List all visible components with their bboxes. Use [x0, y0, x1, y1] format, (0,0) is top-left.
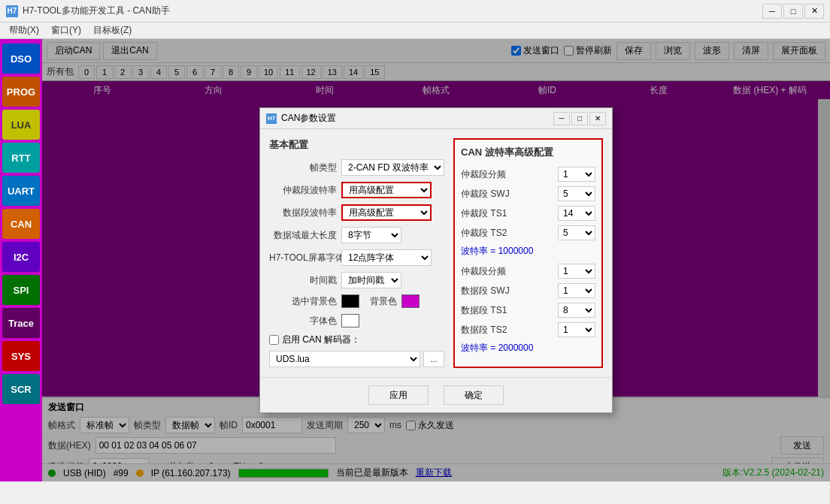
- close-button[interactable]: ✕: [804, 4, 824, 19]
- data-ts2-select[interactable]: 1: [558, 322, 595, 337]
- arb-div-row: 仲裁段分频 1: [461, 167, 595, 182]
- bg-color-swatch2[interactable]: [401, 294, 420, 308]
- data-baud-select[interactable]: 用高级配置: [341, 204, 432, 221]
- font-label: H7-TOOL屏幕字体: [269, 252, 337, 264]
- frame-type-row: 帧类型 2-CAN FD 双波特率: [269, 159, 444, 176]
- arb-baud-row: 仲裁段波特率 用高级配置: [269, 182, 444, 198]
- sidebar-item-sys[interactable]: SYS: [2, 341, 40, 371]
- main-container: DSO PROG LUA RTT UART CAN I2C SPI Trace …: [0, 39, 830, 481]
- arb-rate: 波特率 = 1000000: [461, 245, 595, 258]
- confirm-button[interactable]: 确定: [444, 385, 504, 405]
- arb-ts1-row: 仲裁段 TS1 14: [461, 206, 595, 221]
- timestamp-row: 时间戳 加时间戳: [269, 272, 444, 288]
- data-baud-row: 数据段波特率 用高级配置: [269, 204, 444, 221]
- maximize-button[interactable]: □: [783, 4, 803, 19]
- data-ts2-row: 数据段 TS2 1: [461, 322, 595, 337]
- sidebar-item-scr[interactable]: SCR: [2, 374, 40, 404]
- menu-bar: 帮助(X) 窗口(Y) 目标板(Z): [0, 23, 830, 39]
- sidebar-item-uart[interactable]: UART: [2, 176, 40, 206]
- arb-ts2-label: 仲裁段 TS2: [461, 227, 555, 240]
- sidebar-item-dso[interactable]: DSO: [2, 44, 40, 74]
- dialog-title-bar: H7 CAN参数设置 ─ □ ✕: [260, 108, 612, 129]
- timestamp-select[interactable]: 加时间戳: [341, 272, 401, 288]
- title-bar: H7 H7-TOOL多功能开发工具 - CAN助手 ─ □ ✕: [0, 0, 830, 23]
- app-icon: H7: [6, 5, 18, 17]
- dialog-minimize[interactable]: ─: [553, 112, 570, 125]
- arb-ts2-select[interactable]: 5: [558, 225, 595, 240]
- basic-config-title: 基本配置: [269, 138, 444, 152]
- uds-select[interactable]: UDS.lua: [269, 351, 420, 367]
- minimize-button[interactable]: ─: [762, 4, 782, 19]
- font-select[interactable]: 12点阵字体: [341, 249, 432, 266]
- menu-window[interactable]: 窗口(Y): [45, 23, 87, 38]
- dialog-content: 基本配置 帧类型 2-CAN FD 双波特率 仲裁段波特率 用高级配置: [260, 129, 612, 377]
- window-title: H7-TOOL多功能开发工具 - CAN助手: [23, 5, 824, 17]
- arb-baud-label: 仲裁段波特率: [269, 184, 337, 197]
- dialog-maximize[interactable]: □: [571, 112, 588, 125]
- adv-title: CAN 波特率高级配置: [461, 146, 595, 159]
- font-row: H7-TOOL屏幕字体 12点阵字体: [269, 249, 444, 266]
- sidebar-item-can[interactable]: CAN: [2, 209, 40, 239]
- arb-ts1-select[interactable]: 14: [558, 206, 595, 221]
- bg-color-label: 选中背景色: [269, 295, 337, 308]
- data-div-select[interactable]: 1: [558, 264, 595, 279]
- decoder-checkbox-row: 启用 CAN 解码器：: [269, 333, 444, 346]
- data-ts1-label: 数据段 TS1: [461, 304, 555, 317]
- timestamp-label: 时间戳: [269, 274, 337, 287]
- arb-swj-row: 仲裁段 SWJ 5: [461, 186, 595, 201]
- arb-ts1-label: 仲裁段 TS1: [461, 207, 555, 220]
- max-len-row: 数据域最大长度 8字节: [269, 227, 444, 243]
- apply-button[interactable]: 应用: [368, 385, 429, 405]
- sidebar-item-trace[interactable]: Trace: [2, 308, 40, 338]
- sidebar: DSO PROG LUA RTT UART CAN I2C SPI Trace …: [0, 39, 42, 481]
- sidebar-item-i2c[interactable]: I2C: [2, 242, 40, 272]
- data-swj-select[interactable]: 1: [558, 283, 595, 298]
- dialog-controls: ─ □ ✕: [553, 112, 606, 125]
- arb-div-label: 仲裁段分频: [461, 168, 555, 181]
- sidebar-item-spi[interactable]: SPI: [2, 275, 40, 305]
- menu-help[interactable]: 帮助(X): [3, 23, 45, 38]
- modal-overlay: H7 CAN参数设置 ─ □ ✕ 基本配置 帧类型: [42, 39, 830, 481]
- frame-type-dlg-select[interactable]: 2-CAN FD 双波特率: [341, 159, 444, 176]
- arb-swj-label: 仲裁段 SWJ: [461, 188, 555, 201]
- uds-browse-button[interactable]: ...: [423, 351, 444, 367]
- font-color-row: 字体色: [269, 314, 444, 327]
- arb-ts2-row: 仲裁段 TS2 5: [461, 225, 595, 240]
- data-ts1-row: 数据段 TS1 8: [461, 303, 595, 318]
- dialog-title: CAN参数设置: [281, 112, 553, 125]
- dialog-icon: H7: [266, 113, 277, 124]
- bg-color-swatch[interactable]: [341, 294, 359, 308]
- content-area: 启动CAN 退出CAN 发送窗口 暂停刷新 保存 浏览 波形 清屏 展开面板 所: [42, 39, 830, 481]
- data-ts1-select[interactable]: 8: [558, 303, 595, 318]
- bg-color-row: 选中背景色 背景色: [269, 294, 444, 308]
- advanced-config-panel: CAN 波特率高级配置 仲裁段分频 1 仲裁段 SWJ 5: [453, 138, 603, 368]
- data-rate: 波特率 = 2000000: [461, 342, 595, 355]
- uds-row: UDS.lua ...: [269, 351, 444, 367]
- sidebar-item-prog[interactable]: PROG: [2, 77, 40, 107]
- bg-color-label2: 背景色: [370, 295, 397, 308]
- data-baud-label: 数据段波特率: [269, 207, 337, 219]
- arb-baud-select[interactable]: 用高级配置: [341, 182, 432, 198]
- dialog-close[interactable]: ✕: [589, 112, 606, 125]
- arb-swj-select[interactable]: 5: [558, 186, 595, 201]
- menu-target[interactable]: 目标板(Z): [87, 23, 138, 38]
- sidebar-item-lua[interactable]: LUA: [2, 110, 40, 140]
- frame-type-dlg-label: 帧类型: [269, 161, 337, 174]
- font-color-label: 字体色: [269, 315, 337, 327]
- data-swj-row: 数据段 SWJ 1: [461, 283, 595, 298]
- window-controls: ─ □ ✕: [762, 4, 824, 19]
- data-swj-label: 数据段 SWJ: [461, 285, 555, 297]
- sidebar-item-rtt[interactable]: RTT: [2, 143, 40, 173]
- can-settings-dialog: H7 CAN参数设置 ─ □ ✕ 基本配置 帧类型: [259, 107, 613, 413]
- data-div-row: 仲裁段分频 1: [461, 264, 595, 279]
- font-color-swatch[interactable]: [341, 314, 359, 327]
- dialog-footer: 应用 确定: [260, 377, 612, 412]
- basic-config-panel: 基本配置 帧类型 2-CAN FD 双波特率 仲裁段波特率 用高级配置: [269, 138, 444, 368]
- decoder-checkbox[interactable]: [269, 335, 279, 345]
- arb-div-select[interactable]: 1: [558, 167, 595, 182]
- max-len-label: 数据域最大长度: [269, 229, 337, 242]
- max-len-select[interactable]: 8字节: [341, 227, 401, 243]
- data-ts2-label: 数据段 TS2: [461, 324, 555, 337]
- decoder-label: 启用 CAN 解码器：: [282, 333, 360, 346]
- data-div-label: 仲裁段分频: [461, 265, 555, 278]
